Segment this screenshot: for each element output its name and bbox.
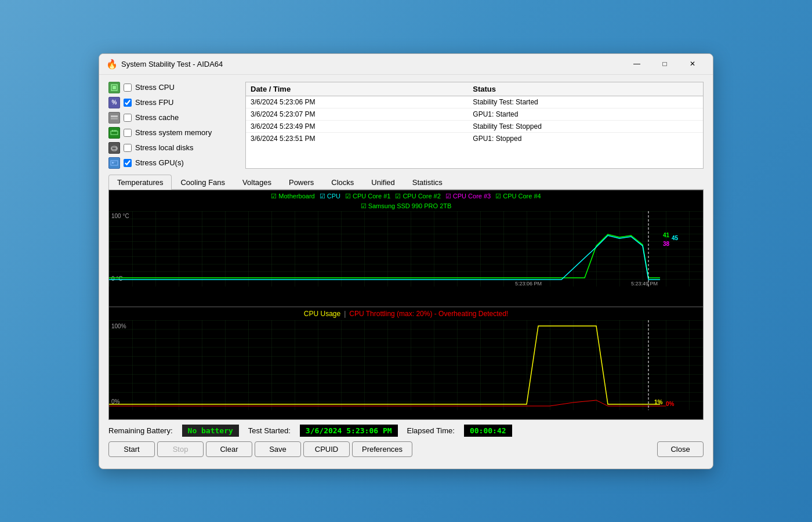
stress-gpu-row: Stress GPU(s) [108,157,236,169]
test-started-value: 3/6/2024 5:23:06 PM [300,425,398,437]
svg-rect-3 [111,118,118,119]
window-title: System Stability Test - AIDA64 [121,60,624,68]
legend-cpu-core-4[interactable]: ☑ CPU Core #4 [495,193,541,200]
legend-ssd[interactable]: Samsung SSD 990 PRO 2TB [368,202,452,209]
log-header-status: Status [468,82,703,96]
maximize-button[interactable]: □ [651,56,678,72]
legend-cpu-core-3[interactable]: ☑ CPU Core #3 [445,193,491,200]
test-started-label: Test Started: [248,426,291,435]
cpu-chart-svg: 100% 0% 1% 0% [109,320,703,410]
stress-fpu-label: Stress FPU [135,98,173,107]
fpu-icon: % [108,97,120,108]
log-cell-status: GPU1: Stopped [468,132,703,144]
stress-gpu-checkbox[interactable] [124,159,132,167]
stress-fpu-row: % Stress FPU [108,97,236,108]
svg-text:5:23:49 PM: 5:23:49 PM [631,281,658,287]
stress-cpu-label: Stress CPU [135,83,175,92]
bottom-info-bar: Remaining Battery: No battery Test Start… [108,420,704,439]
tab-temperatures[interactable]: Temperatures [108,175,172,190]
legend-cpu-core-1[interactable]: ☑ CPU Core #1 [345,193,390,200]
save-button[interactable]: Save [255,441,301,457]
svg-rect-2 [111,115,118,117]
svg-text:1%: 1% [654,399,663,405]
button-bar: Start Stop Clear Save CPUID Preferences … [108,439,704,462]
log-cell-status: Stability Test: Stopped [468,120,703,132]
legend-cpu[interactable]: ☑ CPU [320,193,340,200]
log-cell-status: GPU1: Started [468,108,703,120]
stress-cache-row: Stress cache [108,112,236,124]
tab-unified[interactable]: Unified [362,175,403,190]
cpu-usage-legend: CPU Usage | CPU Throttling (max: 20%) - … [109,307,703,320]
log-cell-time: 3/6/2024 5:23:51 PM [246,132,468,144]
titlebar: 🔥 System Stability Test - AIDA64 — □ ✕ [99,54,713,75]
svg-rect-15 [109,211,703,287]
main-content: Stress CPU % Stress FPU Stress cache [99,75,713,469]
log-cell-time: 3/6/2024 5:23:07 PM [246,108,468,120]
stress-cache-checkbox[interactable] [124,114,132,122]
tab-cooling-fans[interactable]: Cooling Fans [172,175,234,190]
legend-cpu-core-2[interactable]: ☑ CPU Core #2 [395,193,440,200]
charts-area: ☑ Motherboard ☑ CPU ☑ CPU Core #1 ☑ CPU … [108,190,704,420]
svg-rect-14 [114,162,115,163]
start-button[interactable]: Start [108,441,155,457]
throttle-label: CPU Throttling (max: 20%) - Overheating … [349,310,508,318]
tab-statistics[interactable]: Statistics [404,175,451,190]
stress-cpu-checkbox[interactable] [124,84,132,92]
preferences-button[interactable]: Preferences [352,441,412,457]
log-row: 3/6/2024 5:23:07 PMGPU1: Started [246,108,703,120]
cpu-usage-label: CPU Usage [304,310,340,318]
log-cell-time: 3/6/2024 5:23:06 PM [246,96,468,108]
svg-text:45: 45 [672,235,679,241]
window-controls: — □ ✕ [624,56,706,72]
log-cell-status: Stability Test: Started [468,96,703,108]
minimize-button[interactable]: — [624,56,650,72]
stress-gpu-label: Stress GPU(s) [135,158,184,167]
svg-text:5:23:06 PM: 5:23:06 PM [515,281,542,287]
stress-disk-row: Stress local disks [108,142,236,154]
svg-text:0%: 0% [666,401,675,407]
close-window-button[interactable]: ✕ [679,56,706,72]
log-cell-time: 3/6/2024 5:23:49 PM [246,120,468,132]
disk-icon [108,142,120,154]
stress-fpu-checkbox[interactable] [124,99,132,107]
stress-disk-label: Stress local disks [135,143,193,152]
tab-clocks[interactable]: Clocks [322,175,362,190]
cpu-icon [108,82,120,93]
svg-text:100 °C: 100 °C [111,213,129,219]
top-section: Stress CPU % Stress FPU Stress cache [108,82,704,169]
stress-mem-checkbox[interactable] [124,129,132,137]
stop-button[interactable]: Stop [157,441,204,457]
cpu-usage-chart: CPU Usage | CPU Throttling (max: 20%) - … [109,306,703,419]
svg-rect-5 [112,130,113,132]
log-header-time: Date / Time [246,82,468,96]
temp-legend: ☑ Motherboard ☑ CPU ☑ CPU Core #1 ☑ CPU … [109,190,703,202]
stress-cache-label: Stress cache [135,113,179,122]
stress-options: Stress CPU % Stress FPU Stress cache [108,82,236,169]
log-row: 3/6/2024 5:23:06 PMStability Test: Start… [246,96,703,108]
battery-value: No battery [182,425,239,437]
svg-text:38: 38 [663,241,670,247]
gpu-icon [108,157,120,169]
stress-mem-row: Stress system memory [108,127,236,139]
stress-disk-checkbox[interactable] [124,144,132,152]
close-button[interactable]: Close [657,441,704,457]
mem-icon [108,127,120,139]
svg-rect-6 [114,130,115,132]
tab-voltages[interactable]: Voltages [234,175,280,190]
legend-motherboard[interactable]: ☑ Motherboard [271,193,314,200]
svg-rect-24 [109,320,703,410]
clear-button[interactable]: Clear [206,441,252,457]
svg-text:100%: 100% [111,323,126,329]
log-row: 3/6/2024 5:23:49 PMStability Test: Stopp… [246,120,703,132]
tab-powers[interactable]: Powers [280,175,322,190]
log-table: Date / Time Status 3/6/2024 5:23:06 PMSt… [245,82,704,169]
svg-rect-1 [113,86,116,89]
temperature-chart: ☑ Motherboard ☑ CPU ☑ CPU Core #1 ☑ CPU … [109,190,703,306]
svg-rect-7 [115,130,117,132]
cpuid-button[interactable]: CPUID [303,441,350,457]
svg-text:41: 41 [663,232,670,238]
svg-rect-13 [112,162,114,164]
chart-tabs: Temperatures Cooling Fans Voltages Power… [108,175,704,190]
stress-cpu-row: Stress CPU [108,82,236,93]
main-window: 🔥 System Stability Test - AIDA64 — □ ✕ S… [99,53,713,469]
